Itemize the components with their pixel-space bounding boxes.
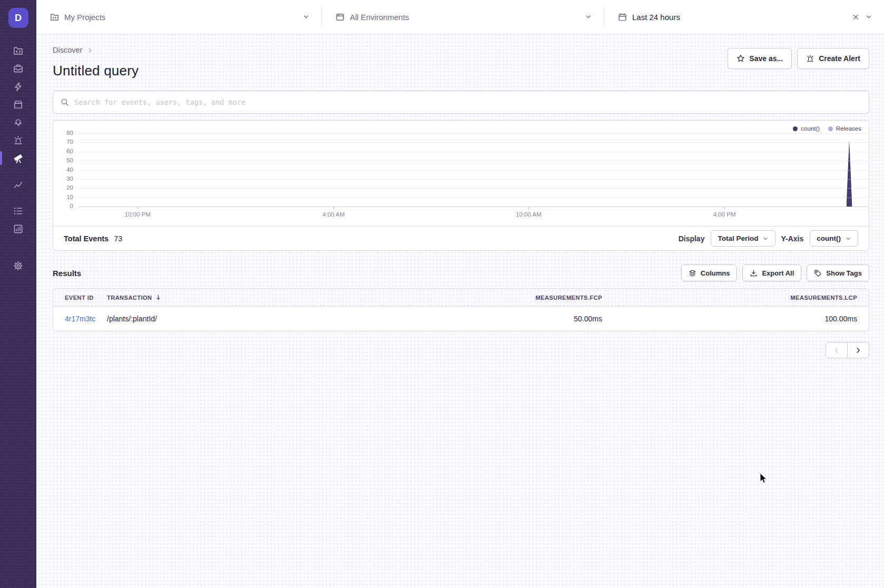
col-header-transaction[interactable]: TRANSACTION xyxy=(107,294,423,301)
next-page-button[interactable] xyxy=(847,342,869,358)
sort-desc-icon xyxy=(155,294,162,301)
yaxis-dropdown[interactable]: count() xyxy=(810,230,858,247)
gridline xyxy=(78,142,868,143)
bar-chart-icon xyxy=(13,224,23,234)
show-tags-button[interactable]: Show Tags xyxy=(807,264,869,281)
y-tick-label: 0 xyxy=(53,203,73,209)
project-selector-label: My Projects xyxy=(64,13,105,22)
columns-label: Columns xyxy=(701,269,730,277)
sidebar-item-stats[interactable] xyxy=(0,220,36,238)
breadcrumb[interactable]: Discover xyxy=(53,46,139,54)
create-alert-button[interactable]: Create Alert xyxy=(797,48,869,69)
yaxis-label: Y-Axis xyxy=(781,234,803,243)
gridline xyxy=(78,170,868,171)
gridline xyxy=(78,161,868,161)
table-header-row: EVENT ID TRANSACTION MEASUREMENTS.FCP ME… xyxy=(53,289,869,307)
environment-selector[interactable]: All Environments xyxy=(322,0,604,34)
calendar-icon xyxy=(618,13,627,22)
col-header-measurements-lcp[interactable]: MEASUREMENTS.LCP xyxy=(602,295,857,301)
page-title: Untitled query xyxy=(53,63,139,79)
total-events-label: Total Events xyxy=(64,234,109,243)
y-tick-label: 40 xyxy=(53,166,73,173)
sidebar-item-dashboards[interactable] xyxy=(0,175,36,193)
sidebar-item-releases[interactable] xyxy=(0,95,36,113)
chevron-down-icon xyxy=(302,13,310,21)
main-content: Discover Untitled query Save as... Creat… xyxy=(36,34,884,588)
chevron-down-icon[interactable] xyxy=(865,13,872,21)
sidebar-item-discover[interactable] xyxy=(0,149,36,167)
columns-button[interactable]: Columns xyxy=(681,264,738,281)
col-header-event-id[interactable]: EVENT ID xyxy=(65,295,107,301)
search-bar[interactable] xyxy=(53,91,869,114)
telescope-icon xyxy=(13,153,24,163)
display-label: Display xyxy=(679,234,705,243)
breadcrumb-discover[interactable]: Discover xyxy=(53,46,82,54)
issues-icon xyxy=(13,64,23,74)
save-as-button[interactable]: Save as... xyxy=(728,48,792,69)
x-tick-mark xyxy=(137,207,138,209)
previous-page-button[interactable] xyxy=(826,342,848,358)
sidebar-item-alerts[interactable] xyxy=(0,131,36,149)
gridline xyxy=(78,179,868,180)
project-selector[interactable]: My Projects xyxy=(36,0,321,34)
export-all-button[interactable]: Export All xyxy=(742,264,801,281)
legend-item-count-[interactable]: count() xyxy=(793,125,820,132)
y-tick-label: 10 xyxy=(53,194,73,200)
sidebar-item-monitors[interactable] xyxy=(0,202,36,220)
y-tick-label: 30 xyxy=(53,175,73,182)
x-tick-label: 4:00 AM xyxy=(322,211,345,218)
line-chart-icon xyxy=(13,180,23,190)
cell-measurements-fcp: 50.00ms xyxy=(423,315,602,323)
chevron-down-icon xyxy=(762,236,769,242)
total-events-value: 73 xyxy=(114,234,122,243)
org-avatar[interactable]: D xyxy=(8,8,28,28)
projects-icon xyxy=(13,46,23,56)
x-tick-label: 10:00 AM xyxy=(516,211,542,218)
show-tags-label: Show Tags xyxy=(826,269,862,277)
sidebar-item-projects[interactable] xyxy=(0,42,36,60)
chart-plot: 8070605040302010010:00 PM4:00 AM10:00 AM… xyxy=(78,133,868,207)
events-chart: count()Releases 8070605040302010010:00 P… xyxy=(53,121,869,226)
projects-folder-icon xyxy=(50,13,59,22)
legend-label: count() xyxy=(801,125,820,132)
tag-icon xyxy=(814,269,822,277)
display-dropdown[interactable]: Total Period xyxy=(711,230,775,247)
legend-label: Releases xyxy=(836,125,861,132)
sidebar: D xyxy=(0,0,36,588)
chevron-down-icon xyxy=(585,13,592,21)
date-range-selector[interactable]: Last 24 hours xyxy=(604,0,884,34)
chart-spike-count xyxy=(847,140,852,207)
top-bar: My Projects All Environments Last 24 hou… xyxy=(36,0,884,34)
x-tick-label: 4:00 PM xyxy=(713,211,736,218)
download-icon xyxy=(750,269,758,277)
support-icon xyxy=(13,117,23,128)
yaxis-value: count() xyxy=(817,234,841,242)
gridline xyxy=(78,152,868,152)
y-tick-label: 70 xyxy=(53,139,73,145)
clear-date-icon[interactable] xyxy=(852,13,860,21)
gear-icon xyxy=(13,261,23,271)
y-tick-label: 80 xyxy=(53,130,73,136)
y-tick-label: 50 xyxy=(53,157,73,163)
sidebar-item-settings[interactable] xyxy=(0,257,36,275)
search-input[interactable] xyxy=(74,98,861,106)
x-tick-mark xyxy=(333,207,334,209)
export-all-label: Export All xyxy=(762,269,794,277)
y-tick-label: 20 xyxy=(53,184,73,191)
sidebar-item-issues[interactable] xyxy=(0,60,36,77)
event-id-link[interactable]: 4r17m3tc xyxy=(65,315,95,323)
chart-legend: count()Releases xyxy=(793,125,861,132)
x-tick-mark xyxy=(528,207,529,209)
gridline xyxy=(78,188,868,189)
col-header-measurements-fcp[interactable]: MEASUREMENTS.FCP xyxy=(423,295,602,301)
sidebar-item-performance[interactable] xyxy=(0,77,36,95)
gridline xyxy=(78,198,868,198)
legend-dot-icon xyxy=(793,126,798,131)
cell-measurements-lcp: 100.00ms xyxy=(602,315,857,323)
sidebar-item-user-feedback[interactable] xyxy=(0,113,36,131)
chevron-right-icon xyxy=(86,47,93,54)
legend-item-releases[interactable]: Releases xyxy=(828,125,861,132)
chart-footer: Total Events 73 Display Total Period Y-A… xyxy=(53,226,869,250)
siren-icon xyxy=(806,54,814,63)
environment-selector-label: All Environments xyxy=(350,13,409,22)
